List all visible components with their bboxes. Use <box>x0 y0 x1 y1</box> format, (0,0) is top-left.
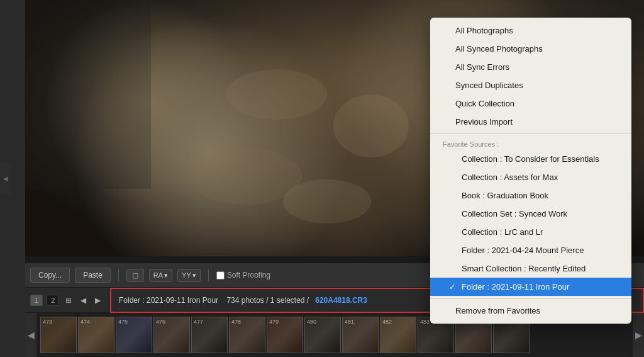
check-fav-3 <box>449 191 458 200</box>
yy-dropdown-icon: ▾ <box>192 271 196 280</box>
thumbnail-474[interactable]: 474 <box>78 317 114 353</box>
check-fav-8: ✓ <box>449 283 458 292</box>
filename-highlight: 620A4818.CR3 <box>315 296 367 305</box>
menu-item-fav-7[interactable]: Smart Collection : Recently Edited <box>430 259 631 278</box>
check-fav-5 <box>449 228 458 237</box>
svg-point-3 <box>333 94 409 157</box>
menu-item-all-sync-errors[interactable]: All Sync Errors <box>430 58 631 76</box>
menu-label-quick-collection: Quick Collection <box>455 99 514 108</box>
thumb-num-480: 480 <box>307 319 316 325</box>
menu-item-all-photographs[interactable]: All Photographs <box>430 21 631 40</box>
filmstrip-back-button[interactable]: ◀ <box>78 295 89 306</box>
menu-item-previous-import[interactable]: Previous Import <box>430 113 631 131</box>
menu-label-all-photographs: All Photographs <box>455 26 513 35</box>
filmstrip-right-nav[interactable]: ▶ <box>633 313 644 357</box>
thumbnail-479[interactable]: 479 <box>267 317 303 353</box>
menu-divider-2 <box>430 298 631 299</box>
menu-item-fav-1[interactable]: Collection : To Consider for Essentials <box>430 150 631 168</box>
menu-label-fav-6: Folder : 2021-04-24 Mount Pierce <box>462 246 584 255</box>
check-fav-7 <box>449 264 458 273</box>
thumb-num-475: 475 <box>118 319 128 325</box>
thumbnail-482[interactable]: 482 <box>380 317 416 353</box>
check-fav-2 <box>449 173 458 182</box>
check-sync-errors <box>443 63 452 72</box>
thumbnail-481[interactable]: 481 <box>342 317 379 353</box>
panel-toggle[interactable]: ◀ <box>0 163 11 195</box>
ra-label: RA <box>153 271 163 279</box>
ra-dropdown-icon: ▾ <box>164 271 168 280</box>
menu-label-remove-favorites: Remove from Favorites <box>455 306 540 315</box>
menu-item-synced-duplicates[interactable]: Synced Duplicates <box>430 76 631 94</box>
thumbnail-475[interactable]: 475 <box>116 317 152 353</box>
thumb-num-481: 481 <box>345 319 354 325</box>
menu-label-fav-5: Collection : LrC and Lr <box>462 227 543 237</box>
menu-item-fav-4[interactable]: Collection Set : Synced Work <box>430 205 631 223</box>
copy-button[interactable]: Copy... <box>30 268 70 283</box>
thumb-num-478: 478 <box>231 319 241 325</box>
menu-label-fav-3: Book : Graduation Book <box>462 191 548 200</box>
check-fav-4 <box>449 210 458 218</box>
check-all-synced <box>443 45 452 54</box>
thumb-num-474: 474 <box>80 319 90 325</box>
yy-button[interactable]: YY ▾ <box>177 269 201 282</box>
grid-view-button[interactable]: ⊞ <box>63 295 74 306</box>
thumbnail-480[interactable]: 480 <box>304 317 341 353</box>
menu-item-fav-3[interactable]: Book : Graduation Book <box>430 186 631 205</box>
menu-label-fav-8: Folder : 2021-09-11 Iron Pour <box>462 282 569 292</box>
menu-label-fav-2: Collection : Assets for Max <box>462 173 558 182</box>
check-quick-collection <box>443 99 452 108</box>
menu-label-previous-import: Previous Import <box>455 117 513 127</box>
view-mode-2[interactable]: 2 <box>47 295 59 306</box>
menu-label-fav-4: Collection Set : Synced Work <box>462 209 567 218</box>
favorites-section-label: Favorite Sources : <box>430 137 631 150</box>
soft-proofing-area[interactable]: Soft Proofing <box>216 271 270 280</box>
menu-item-fav-2[interactable]: Collection : Assets for Max <box>430 168 631 186</box>
ra-button[interactable]: RA ▾ <box>149 269 172 282</box>
menu-item-fav-6[interactable]: Folder : 2021-04-24 Mount Pierce <box>430 241 631 259</box>
menu-item-remove-favorites[interactable]: Remove from Favorites <box>430 302 631 320</box>
toolbar-divider-2 <box>208 269 209 281</box>
svg-rect-1 <box>25 0 151 189</box>
thumb-num-476: 476 <box>156 319 165 325</box>
paste-button[interactable]: Paste <box>75 268 111 283</box>
filmstrip-left-nav[interactable]: ◀ <box>25 313 36 357</box>
check-previous-import <box>443 118 452 127</box>
view-mode-1[interactable]: 1 <box>30 295 43 306</box>
thumb-num-482: 482 <box>382 319 392 325</box>
thumbnail-473[interactable]: 473 <box>40 317 77 353</box>
menu-divider-1 <box>430 133 631 134</box>
menu-item-all-synced-photographs[interactable]: All Synced Photographs <box>430 40 631 58</box>
left-panel: ◀ <box>0 0 25 357</box>
source-dropdown-menu: All Photographs All Synced Photographs A… <box>430 18 631 324</box>
menu-label-all-synced-photographs: All Synced Photographs <box>455 44 543 54</box>
thumbnail-476[interactable]: 476 <box>153 317 190 353</box>
yy-label: YY <box>182 271 191 279</box>
filmstrip-forward-button[interactable]: ▶ <box>92 295 103 306</box>
menu-label-all-sync-errors: All Sync Errors <box>455 62 509 72</box>
thumb-num-473: 473 <box>43 319 52 325</box>
check-remove <box>443 307 452 315</box>
svg-point-5 <box>283 179 371 224</box>
menu-item-fav-8[interactable]: ✓ Folder : 2021-09-11 Iron Pour <box>430 278 631 296</box>
soft-proofing-label: Soft Proofing <box>227 271 270 280</box>
menu-label-synced-duplicates: Synced Duplicates <box>455 81 523 90</box>
thumb-num-477: 477 <box>194 319 203 325</box>
thumbnail-478[interactable]: 478 <box>229 317 265 353</box>
soft-proofing-checkbox[interactable] <box>216 271 225 280</box>
thumb-num-483: 483 <box>420 319 430 325</box>
check-all-photographs <box>443 26 452 35</box>
menu-item-quick-collection[interactable]: Quick Collection <box>430 94 631 113</box>
check-synced-duplicates <box>443 81 452 90</box>
thumbnail-477[interactable]: 477 <box>191 317 228 353</box>
check-fav-1 <box>449 155 458 164</box>
menu-label-fav-7: Smart Collection : Recently Edited <box>462 264 586 273</box>
menu-label-fav-1: Collection : To Consider for Essentials <box>462 154 599 164</box>
folder-label: Folder : 2021-09-11 Iron Pour <box>119 296 218 305</box>
view-toggle-button[interactable]: ▢ <box>126 269 144 282</box>
check-fav-6 <box>449 246 458 255</box>
menu-item-fav-5[interactable]: Collection : LrC and Lr <box>430 223 631 241</box>
svg-point-2 <box>226 69 327 120</box>
toolbar-divider-1 <box>118 269 119 281</box>
thumb-num-479: 479 <box>269 319 279 325</box>
photo-stats: 734 photos / 1 selected / <box>226 296 309 305</box>
